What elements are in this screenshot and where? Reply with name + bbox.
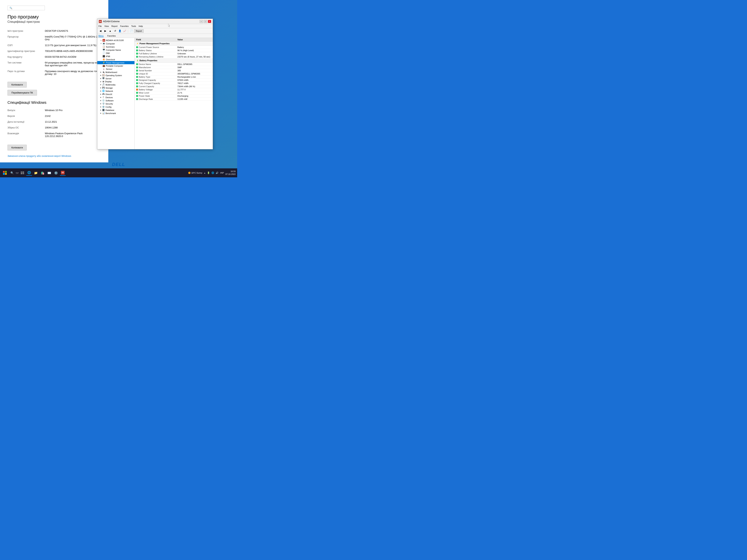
header-value: Value xyxy=(177,38,183,41)
tree-directx[interactable]: ▶ 🎮 DirectX xyxy=(97,92,134,96)
close-button[interactable]: ✕ xyxy=(208,20,211,23)
tree-config[interactable]: ▶ ⚙️ Config xyxy=(97,105,134,108)
network-tray-icon[interactable]: 🌐 xyxy=(211,171,214,174)
field-battery-status: Battery Status xyxy=(136,49,177,52)
taskbar-explorer[interactable]: 📁 xyxy=(33,170,39,176)
menu-file[interactable]: File xyxy=(98,25,102,27)
tree-security[interactable]: ▶ 🛡️ Security xyxy=(97,102,134,105)
collapse-icon-os: ▶ xyxy=(100,75,101,76)
field-power-state: Power State xyxy=(136,95,177,97)
tree-database[interactable]: ▶ 🗄️ Database xyxy=(97,108,134,112)
tree-multimedia-label: Multimedia xyxy=(105,84,115,86)
user-button[interactable]: 👤 xyxy=(118,29,122,33)
info-row-sys-type: Тип системи 64-розрядна операційна систе… xyxy=(7,60,101,68)
copy-button-2[interactable]: Копіювати xyxy=(7,145,27,151)
power-icon: ⚡ xyxy=(103,61,105,64)
svg-rect-1 xyxy=(5,171,7,173)
field-fully-charged-capacity: Fully Charged Capacity xyxy=(136,82,177,84)
start-button[interactable] xyxy=(1,169,8,176)
tree-portable[interactable]: 💼 Portable Computer xyxy=(97,64,134,68)
search-input[interactable] xyxy=(12,6,42,9)
tray-chevron-icon[interactable]: ▲ xyxy=(204,172,206,174)
back-button[interactable]: ◀ xyxy=(98,29,103,33)
taskbar-store[interactable]: 🛍️ xyxy=(40,170,46,176)
tree-storage[interactable]: ▶ 💾 Storage xyxy=(97,86,134,89)
chart-button[interactable]: 📈 xyxy=(123,29,127,33)
tree-dmi[interactable]: 📄 DMI xyxy=(97,52,134,55)
taskbar-settings[interactable]: ⚙️ xyxy=(53,170,59,176)
value-current-capacity: 73644 mWh (96 %) xyxy=(177,85,211,87)
tree-summary[interactable]: 📋 Summary xyxy=(97,45,134,48)
menu-view[interactable]: View xyxy=(104,25,109,27)
tree-root[interactable]: ▼ 64 AIDA64 v6.00.5100 xyxy=(97,38,134,42)
tree-display[interactable]: ▶ 🖥 Display xyxy=(97,80,134,83)
minimize-button[interactable]: ─ xyxy=(200,20,203,23)
taskbar-search[interactable]: 🔍 xyxy=(9,170,15,176)
tree-computer-name-label: Computer Name xyxy=(106,49,121,51)
label-version: Версія xyxy=(7,115,45,117)
tree-devices[interactable]: ▶ 🖱️ Devices xyxy=(97,96,134,99)
tree-power-management[interactable]: ⚡ Power Management xyxy=(97,61,134,64)
volume-tray-icon[interactable]: 🔊 xyxy=(216,171,218,174)
tree-network[interactable]: ▶ 🌐 Network xyxy=(97,89,134,92)
forward-button[interactable]: ▶ xyxy=(103,29,107,33)
collapse-icon-mm: ▶ xyxy=(100,84,101,85)
tree-os[interactable]: ▶ 🪟 Operating System xyxy=(97,74,134,77)
taskbar-mail[interactable]: ✉️ xyxy=(46,170,52,176)
dot-current-power xyxy=(136,46,138,48)
tree-benchmark[interactable]: ▶ 📊 Benchmark xyxy=(97,112,134,115)
value-ram: 12,0 ГБ (доступно для використання: 11,9… xyxy=(45,44,101,47)
tree-power-label: Power Management xyxy=(106,61,124,64)
menu-favorites[interactable]: Favorites xyxy=(120,25,128,27)
menu-tools[interactable]: Tools xyxy=(131,25,136,27)
collapse-icon-bm: ▶ xyxy=(100,112,101,114)
value-discharge-rate: 11195 mW xyxy=(177,98,211,100)
doc-button[interactable]: 📄 xyxy=(129,29,133,33)
refresh-button[interactable]: ↺ xyxy=(113,29,117,33)
aida64-window: 64 AIDA64 Extreme ─ □ ✕ File View Report… xyxy=(97,19,213,149)
tree-software[interactable]: ▶ 💿 Software xyxy=(97,99,134,102)
rename-pc-button[interactable]: Перейменувати ПК xyxy=(7,90,37,96)
server-icon: 🖥️ xyxy=(102,77,105,80)
dot-current-capacity xyxy=(136,85,138,87)
label-touch: Перо та дотики xyxy=(7,70,45,75)
tree-computer[interactable]: ▼ 💻 Computer xyxy=(97,42,134,45)
maximize-button[interactable]: □ xyxy=(204,20,207,23)
menu-help[interactable]: Help xyxy=(138,25,143,27)
tab-favorites[interactable]: Favorites xyxy=(107,35,116,37)
up-button[interactable]: ▲ xyxy=(108,29,112,33)
copy-button-1[interactable]: Копіювати xyxy=(7,82,27,87)
link-text-or: або xyxy=(37,155,42,157)
search-bar[interactable]: 🔍 xyxy=(7,6,45,10)
menu-report[interactable]: Report xyxy=(111,25,118,27)
value-build: 19044.1288 xyxy=(45,126,101,129)
taskbar-edge[interactable]: 🌐 xyxy=(26,170,32,176)
dot-battery-type xyxy=(136,76,138,78)
product-key-link[interactable]: Змінення ключа продукту або оновлення ве… xyxy=(7,155,71,157)
display-icon: 🖥 xyxy=(102,80,104,83)
tree-server[interactable]: ▶ 🖥️ Server xyxy=(97,77,134,80)
taskbar-clock[interactable]: 16:55 07.10.2022 xyxy=(225,170,236,176)
tree-summary-label: Summary xyxy=(106,46,115,48)
report-button[interactable]: Report xyxy=(134,29,144,33)
tab-menu[interactable]: Menu xyxy=(98,34,104,37)
tree-computer-name[interactable]: 🖥️ Computer Name xyxy=(97,48,134,52)
battery-tray-icon[interactable]: 🔋 xyxy=(207,171,210,174)
tree-overclock[interactable]: 🔥 Overclock xyxy=(97,58,134,61)
row-power-state: Power State Discharging xyxy=(135,95,213,98)
taskbar-aida64[interactable]: 64 xyxy=(60,170,66,176)
settings-title: Про програму xyxy=(7,14,101,20)
language-indicator[interactable]: УКР xyxy=(220,172,224,174)
dot-designed xyxy=(136,79,138,81)
label-experience: Взаємодія xyxy=(7,132,45,138)
value-device-name: DELL GPM0365 xyxy=(177,63,211,65)
tree-multimedia[interactable]: ▶ 🎵 Multimedia xyxy=(97,83,134,86)
dot-battery-status xyxy=(136,50,138,51)
tree-sensor[interactable]: 🌡️ Sensor xyxy=(97,68,134,71)
benchmark-icon: 📊 xyxy=(102,112,105,114)
row-current-capacity: Current Capacity 73644 mWh (96 %) xyxy=(135,85,213,88)
battery-section-icon: 🔋 xyxy=(136,59,139,62)
tree-ipmi[interactable]: ⬛ IPMI xyxy=(97,55,134,58)
tree-motherboard[interactable]: ▶ 🔌 Motherboard xyxy=(97,71,134,74)
taskbar-taskview[interactable] xyxy=(20,170,25,176)
